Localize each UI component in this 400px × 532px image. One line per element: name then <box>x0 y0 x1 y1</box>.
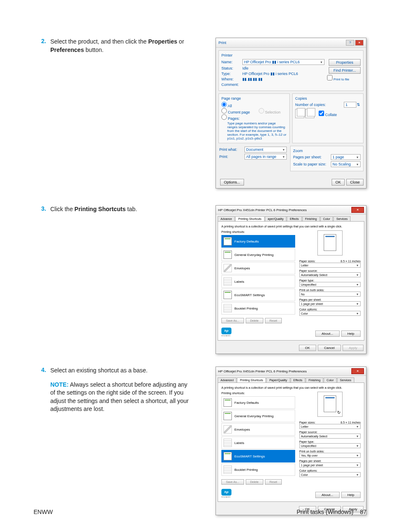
copies-input[interactable]: 1 <box>344 102 356 108</box>
shortcut-booklet[interactable]: Booklet Printing <box>221 463 295 476</box>
pps-select[interactable]: 1 page per sheet▼ <box>299 462 361 467</box>
delete-button[interactable]: Delete <box>246 318 263 323</box>
tab-effects[interactable]: Effects <box>291 377 305 382</box>
help-icon[interactable]: ? <box>346 40 354 46</box>
status-value: Idle <box>242 66 249 70</box>
properties-button[interactable]: Properties <box>329 59 361 66</box>
shortcuts-label: Printing shortcuts: <box>221 230 295 233</box>
printer-select[interactable]: HP Officejet Pro ▮▮ i series PCL6▼ <box>242 59 325 65</box>
shortcut-labels[interactable]: Labels <box>221 275 295 288</box>
shortcut-factory-defaults[interactable]: Factory Defaults <box>221 396 295 409</box>
labels-icon <box>223 277 232 286</box>
reset-button[interactable]: Reset <box>265 318 282 323</box>
both-sides-label: Print on both sides: <box>299 450 361 453</box>
color-label: Color options: <box>299 469 361 472</box>
pages-radio[interactable]: Pages: <box>221 116 240 121</box>
tab-shortcuts[interactable]: Printing Shortcuts <box>235 216 264 221</box>
paper-sizes-select[interactable]: Letter▼ <box>299 424 361 429</box>
hp-logo-icon: hp <box>221 328 231 334</box>
shortcuts-label: Printing shortcuts: <box>221 392 295 395</box>
reset-button[interactable]: Reset <box>265 479 282 485</box>
paper-sizes-dim: 8.5 × 11 inches <box>340 421 361 424</box>
close-button[interactable]: Close <box>346 179 364 186</box>
shortcut-factory-defaults[interactable]: Factory Defaults <box>221 235 295 248</box>
about-button[interactable]: About... <box>315 492 340 498</box>
paper-source-select[interactable]: Automatically Select▼ <box>299 272 361 277</box>
print-select[interactable]: All pages in range▼ <box>244 154 287 160</box>
paper-source-select[interactable]: Automatically Select▼ <box>299 434 361 439</box>
labels-icon <box>223 439 232 447</box>
ok-button[interactable]: OK <box>299 345 317 351</box>
tab-advanced[interactable]: Advance <box>218 216 235 221</box>
type-value: HP Officejet Pro ▮▮ i series PCL6 <box>242 72 298 76</box>
color-select[interactable]: Color▼ <box>299 472 361 477</box>
color-select[interactable]: Color▼ <box>299 311 361 316</box>
close-icon[interactable]: × <box>351 368 364 374</box>
ok-button[interactable]: OK <box>332 179 345 186</box>
print-what-select[interactable]: Document▼ <box>244 147 287 152</box>
print-dialog: Print ? × Printer Name: HP Officejet Pr <box>216 38 366 189</box>
selection-radio[interactable]: Selection <box>259 110 281 114</box>
collate-icon <box>295 109 304 118</box>
about-button[interactable]: About... <box>315 331 340 337</box>
tab-color[interactable]: Color <box>320 216 333 221</box>
shortcut-envelopes[interactable]: Envelopes <box>221 262 295 274</box>
preferences-dialog: HP Officejet Pro X451dn Printer PCL 6 Pr… <box>216 367 366 515</box>
both-sides-select[interactable]: No▼ <box>299 292 361 297</box>
save-as-button[interactable]: Save As... <box>221 479 244 485</box>
options-button[interactable]: Options... <box>220 179 244 186</box>
scale-select[interactable]: No Scaling▼ <box>331 161 361 167</box>
num-copies-label: Number of copies: <box>295 103 344 107</box>
tab-color[interactable]: Color <box>324 377 337 382</box>
paper-source-label: Paper source: <box>299 431 361 434</box>
tab-finishing[interactable]: Finishing <box>306 377 323 382</box>
pps-select[interactable]: 1 page per sheet▼ <box>299 301 361 306</box>
page-range-header: Page range <box>221 96 287 101</box>
print-to-file-checkbox[interactable]: Print to file <box>327 75 361 81</box>
help-button[interactable]: Help <box>341 331 361 337</box>
step-number: 4. <box>34 367 50 373</box>
tab-paper[interactable]: Paper/Quality <box>266 377 290 382</box>
pages-help-text: Type page numbers and/or page ranges sep… <box>227 121 287 140</box>
find-printer-button[interactable]: Find Printer... <box>329 67 361 74</box>
shortcut-envelopes[interactable]: Envelopes <box>221 423 295 436</box>
tab-services[interactable]: Services <box>337 377 354 382</box>
printer-header: Printer <box>221 53 361 57</box>
all-radio[interactable]: All <box>221 104 232 108</box>
eco-icon <box>223 291 232 299</box>
document-icon <box>223 412 232 420</box>
document-icon <box>223 398 232 407</box>
paper-type-select[interactable]: Unspecified▼ <box>299 282 361 287</box>
tab-paper[interactable]: aper/Quality <box>265 216 287 221</box>
both-sides-select[interactable]: Yes, flip over▼ <box>299 453 361 458</box>
zoom-header: Zoom <box>293 149 361 153</box>
shortcut-booklet[interactable]: Booklet Printing <box>221 302 295 315</box>
shortcut-ecosmart[interactable]: EcoSMART Settings <box>221 289 295 301</box>
shortcut-everyday[interactable]: General Everyday Printing <box>221 410 295 422</box>
tab-effects[interactable]: Effects <box>287 216 301 221</box>
delete-button[interactable]: Delete <box>246 479 263 485</box>
eco-icon <box>223 452 232 460</box>
save-as-button[interactable]: Save As... <box>221 318 244 323</box>
step-text: Select the product, and then click the P… <box>50 38 193 54</box>
tab-advanced[interactable]: Advanced <box>218 377 236 382</box>
collate-checkbox[interactable]: Collate <box>319 111 337 117</box>
shortcut-ecosmart[interactable]: EcoSMART Settings <box>221 450 295 462</box>
document-icon <box>223 237 232 245</box>
shortcut-everyday[interactable]: General Everyday Printing <box>221 248 295 261</box>
tab-finishing[interactable]: Finishing <box>302 216 320 221</box>
paper-type-select[interactable]: Unspecified▼ <box>299 443 361 448</box>
cancel-button[interactable]: Cancel <box>318 345 341 351</box>
paper-sizes-select[interactable]: Letter▼ <box>299 263 361 268</box>
shortcut-labels[interactable]: Labels <box>221 436 295 449</box>
tab-shortcuts[interactable]: Printing Shortcuts <box>237 377 266 382</box>
current-page-radio[interactable]: Current page <box>221 110 250 114</box>
help-button[interactable]: Help <box>341 492 361 498</box>
footer-right: Print tasks (Windows) 87 <box>297 509 367 515</box>
pps-select[interactable]: 1 page▼ <box>331 154 361 160</box>
apply-button[interactable]: Apply <box>343 345 364 351</box>
close-icon[interactable]: × <box>355 40 364 46</box>
tab-services[interactable]: Services <box>333 216 351 221</box>
close-icon[interactable]: × <box>351 207 364 213</box>
both-sides-label: Print on both sides: <box>299 289 361 292</box>
